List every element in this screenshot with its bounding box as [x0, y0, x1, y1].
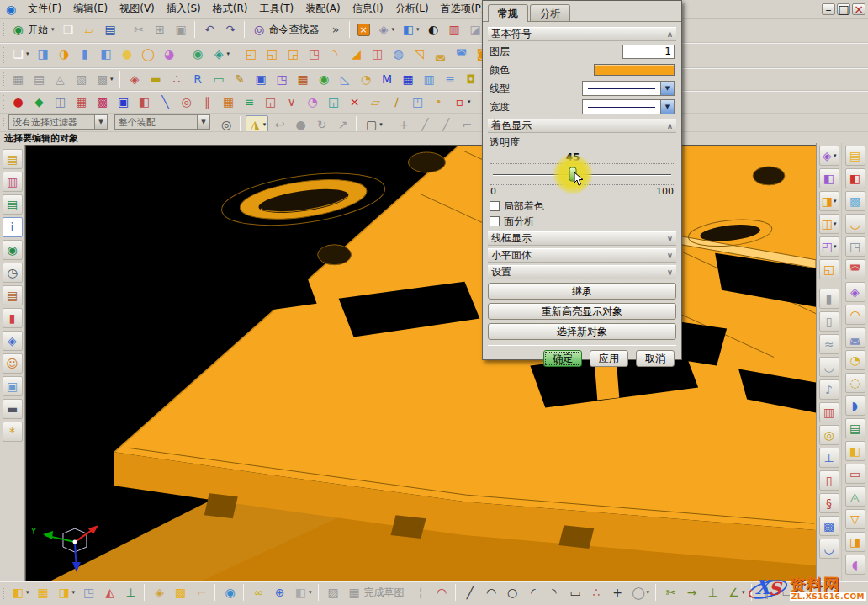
ok-button[interactable]: 确定 — [543, 350, 582, 367]
material-icon[interactable]: M — [378, 70, 397, 88]
radius-gauge-icon[interactable]: R — [188, 70, 208, 88]
menu-item[interactable]: 格式(R) — [207, 1, 254, 16]
wcs-icon[interactable]: ◎ — [177, 93, 196, 111]
rgb-balls-icon[interactable]: ◉ — [315, 70, 334, 88]
layer-input[interactable] — [622, 45, 675, 59]
star-icon[interactable]: * — [3, 422, 23, 442]
menu-item[interactable]: 信息(I) — [347, 1, 389, 16]
mw-pump-icon[interactable]: ◨ — [845, 532, 865, 552]
spring-icon[interactable]: § — [819, 493, 839, 513]
fan-icon[interactable]: ◔ — [303, 93, 322, 111]
scene-icon[interactable]: ▣ — [3, 376, 23, 396]
group-shaded-display[interactable]: 着色显示 ∧ — [488, 119, 676, 133]
intersect-icon[interactable]: ◲ — [283, 45, 303, 63]
view-cube-icon[interactable]: ◧▾ — [399, 20, 422, 39]
roles-icon[interactable]: ☺ — [3, 353, 23, 374]
wand-icon[interactable]: ◈ — [3, 331, 23, 351]
cup-icon[interactable]: ◡ — [819, 539, 839, 559]
mw-funnel-icon[interactable]: ▽ — [845, 509, 865, 529]
mw-gift-icon[interactable]: ▩ — [845, 191, 865, 211]
redo-icon[interactable]: ↷ — [221, 20, 241, 39]
mirror-icon[interactable]: ◭ — [100, 583, 119, 602]
graphics-viewport[interactable]: Y — [25, 145, 816, 581]
mw-book-icon[interactable]: ▤ — [845, 418, 865, 438]
minimize-button[interactable]: – — [822, 3, 835, 15]
group-settings[interactable]: 设置 ∨ — [488, 265, 676, 279]
command-finder-button[interactable]: ◎命令查找器 — [250, 20, 325, 39]
assembly-cube-icon[interactable]: ◧▾ — [8, 583, 32, 602]
sketch-icon[interactable]: ❏▾ — [8, 45, 32, 63]
datum-csys-icon[interactable]: ◈▾ — [209, 45, 233, 63]
extrude-small-icon[interactable]: ◳ — [408, 93, 427, 111]
menu-item[interactable]: 文件(F) — [22, 1, 67, 16]
gift-box-icon[interactable]: ▩ — [93, 93, 112, 111]
extrude-icon[interactable]: ◨ — [34, 45, 53, 63]
gift2-icon[interactable]: ▩ — [819, 516, 839, 536]
mw-wave-icon[interactable]: ◗ — [845, 395, 865, 416]
constraint-navigator-icon[interactable]: ▥ — [3, 172, 23, 192]
unite-icon[interactable]: ◰ — [241, 45, 261, 63]
start-button[interactable]: ◉开始▾ — [8, 20, 57, 39]
ejector-icon[interactable]: ⊥ — [819, 448, 839, 468]
arc-tool-icon[interactable]: ◠ — [432, 583, 452, 602]
restore-button[interactable]: □ — [837, 3, 850, 15]
pin-icon[interactable]: ¦ — [411, 583, 431, 602]
tab-general[interactable]: 常规 — [488, 4, 528, 22]
mw-hook-icon[interactable]: ◖ — [845, 555, 865, 575]
mw-flower-icon[interactable]: ◈ — [845, 282, 865, 302]
pencil-colors-icon[interactable]: ▮ — [3, 308, 23, 328]
width-select[interactable]: ▼ — [582, 99, 675, 114]
inherit-button[interactable]: 继承 — [488, 283, 676, 300]
snap-highlight-icon[interactable]: ◮▾ — [246, 115, 269, 132]
pattern-cubes-icon[interactable]: ▩ — [171, 583, 190, 602]
small-cube-icon[interactable]: ◧▾ — [291, 583, 315, 602]
patch-icon[interactable]: ◚ — [452, 45, 471, 63]
chamfer-icon[interactable]: ◢ — [347, 45, 366, 63]
draft-icon[interactable]: ◹ — [410, 45, 429, 63]
grid-icon[interactable]: ▥ — [420, 70, 439, 88]
mw-cube-icon[interactable]: ◧ — [845, 168, 865, 188]
lasso-icon[interactable]: ▢▾ — [362, 115, 385, 132]
profile-line-icon[interactable]: ╱ — [461, 583, 480, 602]
section-line-icon[interactable]: ▭ — [209, 70, 229, 88]
binoculars-icon[interactable]: ◎ — [217, 115, 236, 132]
new-file-icon[interactable]: ❏ — [59, 20, 78, 39]
internet-icon[interactable]: i — [3, 217, 23, 237]
face-analysis-row[interactable]: 面分析 — [488, 214, 676, 229]
mw-dim-icon[interactable]: ▭ — [845, 464, 865, 484]
corner-box-icon[interactable]: ◱ — [261, 93, 280, 111]
half-triangle-icon[interactable]: ◺ — [336, 70, 355, 88]
group-basic-symbols[interactable]: 基本符号 ∧ — [488, 27, 676, 41]
palette-door-icon[interactable]: ▤ — [3, 285, 23, 305]
torus-icon[interactable]: ◯ — [139, 45, 158, 63]
pencil-icon[interactable]: ✎ — [230, 70, 250, 88]
emboss-icon[interactable]: ◳ — [304, 45, 324, 63]
cancel-button[interactable]: 取消 — [636, 350, 675, 367]
revolve-icon[interactable]: ◑ — [55, 45, 74, 63]
trim-body-icon[interactable]: ◫ — [368, 45, 387, 63]
menu-item[interactable]: 插入(S) — [161, 1, 207, 16]
tooling-icon[interactable]: ▬ — [3, 399, 23, 419]
history-page-icon[interactable]: ◉ — [3, 240, 23, 260]
circle-tool-icon[interactable]: ○ — [503, 583, 522, 602]
corner-icon[interactable]: ⌐ — [192, 583, 211, 602]
rect-tool-icon[interactable]: ▭ — [566, 583, 585, 602]
mw-tray-icon[interactable]: ◛ — [845, 327, 865, 348]
parallel-lines-icon[interactable]: ∥ — [198, 93, 217, 111]
red-frame-icon[interactable]: ▫▾ — [450, 93, 474, 111]
mw-sheet-icon[interactable]: ◠ — [845, 305, 865, 325]
tab-analysis[interactable]: 分析 — [530, 4, 570, 21]
cylinder-icon[interactable]: ▮ — [76, 45, 95, 63]
clock-icon[interactable]: ◷ — [3, 263, 23, 283]
mw-bend-icon[interactable]: ◡ — [845, 214, 865, 234]
apply-button[interactable]: 应用 — [590, 350, 628, 367]
chain-icon[interactable]: ∞ — [249, 583, 268, 602]
pillar-icon[interactable]: ▯ — [819, 470, 839, 491]
open-super-icon[interactable]: ▱ — [366, 93, 385, 111]
mold-copy-icon[interactable]: ◨▾ — [819, 191, 839, 211]
partial-shading-checkbox[interactable] — [490, 201, 500, 211]
sew-icon[interactable]: ◛ — [431, 45, 450, 63]
arc2-icon[interactable]: ◠ — [482, 583, 501, 602]
transparency-slider[interactable]: 45 — [490, 163, 674, 185]
mw-key-icon[interactable]: ◌ — [845, 373, 865, 393]
